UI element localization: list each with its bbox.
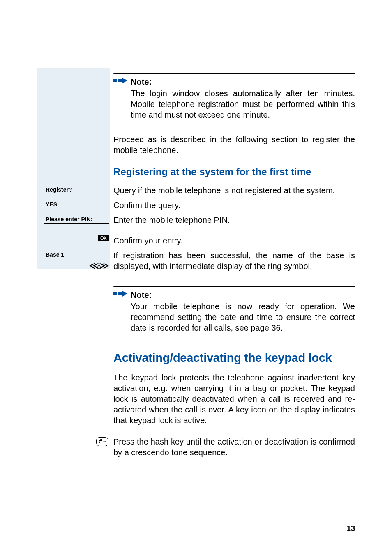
svg-marker-3 xyxy=(122,77,127,84)
paragraph: Proceed as is described in the following… xyxy=(113,134,355,155)
svg-rect-6 xyxy=(118,292,122,295)
note-block: Note: The login window closes automatica… xyxy=(113,74,355,123)
document-page: Note: The login window closes automatica… xyxy=(0,0,392,556)
section-heading: Activating/deactivating the keypad lock xyxy=(113,351,355,365)
hash-key-icon: #⊸ xyxy=(96,437,108,446)
note-block: Note: Your mobile telephone is now ready… xyxy=(113,287,355,336)
step-text: Press the hash key until the activation … xyxy=(113,436,355,458)
step-row: #⊸ Press the hash key until the activati… xyxy=(113,436,355,458)
step-row: Please enter PIN: Enter the mobile telep… xyxy=(113,215,355,225)
ring-symbol-icon: ≪▵≫ xyxy=(44,259,109,271)
page-number: 13 xyxy=(347,524,355,533)
step-row: Register? Query if the mobile telephone … xyxy=(113,185,355,196)
ok-softkey-icon: OK xyxy=(98,235,109,241)
svg-rect-2 xyxy=(118,79,122,82)
svg-marker-7 xyxy=(122,290,127,297)
step-text: Confirm your entry. xyxy=(113,235,355,246)
note-label: Note: xyxy=(131,290,355,300)
svg-rect-5 xyxy=(115,292,117,295)
note-body: Your mobile telephone is now ready for o… xyxy=(131,301,355,333)
section-heading: Registering at the system for the first … xyxy=(113,166,355,178)
svg-rect-4 xyxy=(113,292,115,295)
content-column: Note: The login window closes automatica… xyxy=(113,73,355,462)
step-row: YES Confirm the query. xyxy=(113,200,355,211)
base-box: Base 1 xyxy=(44,250,109,259)
display-label-register: Register? xyxy=(44,185,109,194)
note-body: The login window closes automatically af… xyxy=(131,88,355,120)
display-label-pin: Please enter PIN: xyxy=(44,215,109,224)
step-row: Base 1 ≪▵≫ If registration has been succ… xyxy=(113,250,355,271)
note-label: Note: xyxy=(131,76,355,87)
paragraph: The keypad lock protects the telephone a… xyxy=(113,372,355,426)
step-text: Enter the mobile telephone PIN. xyxy=(113,215,355,225)
header-rule xyxy=(37,28,355,28)
lock-dot-icon: ⊸ xyxy=(103,440,106,444)
display-label-yes: YES xyxy=(44,200,109,209)
note-arrow-icon xyxy=(113,76,127,85)
step-row: OK Confirm your entry. xyxy=(113,235,355,246)
hash-glyph: # xyxy=(99,438,102,445)
step-text: If registration has been successful, the… xyxy=(113,250,355,271)
svg-rect-0 xyxy=(113,79,115,82)
step-text: Query if the mobile telephone is not reg… xyxy=(113,185,355,196)
step-text: Confirm the query. xyxy=(113,200,355,211)
display-label-base: Base 1 ≪▵≫ xyxy=(44,250,109,271)
svg-rect-1 xyxy=(115,79,117,82)
note-arrow-icon xyxy=(113,290,127,298)
